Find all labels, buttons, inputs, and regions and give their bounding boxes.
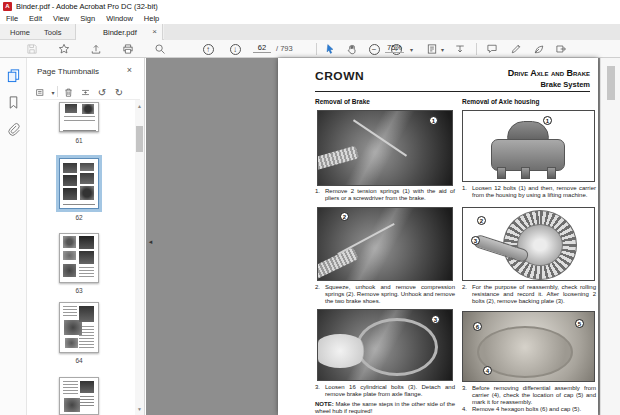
comment-button[interactable] [484,42,500,56]
share-upload-button[interactable] [88,42,104,56]
step-text: For the purpose of reassembly, check rol… [472,284,596,305]
thumbnail-page-63[interactable] [59,233,99,283]
step-number: 1. [462,185,469,199]
document-scrollbar-thumb[interactable] [607,66,615,100]
carrier-leg-shape [497,167,506,179]
bookmarks-rail-button[interactable] [6,95,22,111]
main-toolbar: ↑ ↓ 62 / 793 − + 75% ▾ ▾ [0,40,620,58]
menu-window[interactable]: Window [106,14,133,23]
thumbnail-page-64[interactable] [59,302,99,353]
crown-logo: CROWN [315,70,364,83]
search-icon [154,43,166,55]
carrier-leg-shape [521,167,530,179]
page-number-input[interactable]: 62 [253,43,271,53]
edit-pdf-button[interactable] [508,42,524,56]
page-total-label: / 793 [276,44,293,53]
left-column-heading: Removal of Brake [315,98,370,105]
title-bar: A Binder.pdf - Adobe Acrobat Pro DC (32-… [0,0,620,13]
comment-bubble-icon [486,43,498,55]
upload-icon [90,43,102,55]
save-icon [26,43,38,55]
figure-brake-springs: 1 [317,110,453,186]
next-page-button[interactable]: ↓ [227,42,243,56]
hand-tool-button[interactable] [344,42,360,56]
page-thumbnails-panel: Page Thumbnails × ▾ ↺ ↻ 61 62 63 64 ▲ ▼ [28,58,145,415]
acrobat-app-icon: A [3,2,12,11]
zoom-out-button[interactable]: − [366,42,382,56]
tab-document[interactable]: Binder.pdf × [75,24,163,40]
fill-sign-button[interactable] [531,42,547,56]
thumbnail-page-62[interactable] [59,158,99,209]
carrier-leg-shape [547,167,556,179]
fit-page-button[interactable] [424,42,440,56]
search-button[interactable] [152,42,168,56]
previous-page-button[interactable]: ↑ [200,42,216,56]
window-title: Binder.pdf - Adobe Acrobat Pro DC (32-bi… [16,2,158,11]
thumbnail-page-65[interactable] [59,377,99,415]
hand-icon [346,43,358,55]
step-number: 3. [462,385,469,406]
rotate-ccw-button[interactable]: ↺ [95,85,109,99]
document-scrollbar[interactable] [600,58,620,415]
tab-strip-empty [164,24,620,40]
toolbar-divider [476,43,477,55]
callout-2: 2 [340,212,349,221]
extract-page-button[interactable] [78,85,92,99]
send-for-signature-button[interactable] [553,42,569,56]
zoom-level-dropdown[interactable]: 75% [385,43,404,53]
scroll-mode-button[interactable] [452,42,468,56]
collapse-panel-icon[interactable]: ◂ [146,234,155,250]
figure-compression-springs: 2 [317,207,453,281]
panel-scrollbar-thumb[interactable] [136,126,143,152]
panel-close-icon[interactable]: × [127,65,132,75]
step-text: Squeeze, unhook and remove compression s… [325,284,455,305]
brake-drum-ring-shape [356,318,438,376]
spring-tool-shape [353,119,407,156]
page-thumbnails-rail-button[interactable] [6,68,22,84]
select-tool-button[interactable] [322,42,338,56]
thumbnail-page-61[interactable] [59,102,99,132]
callout-4: 4 [483,366,492,375]
star-icon [58,43,70,55]
step-number: 4. [462,406,469,413]
tab-home[interactable]: Home [10,28,30,37]
bookmark-icon [6,95,21,110]
menu-file[interactable]: File [6,14,18,23]
callout-1: 1 [543,116,552,125]
step-text: Remove 4 hexagon bolts (6) and cap (5). [472,406,581,413]
delete-page-button[interactable] [61,85,75,99]
print-button[interactable] [120,42,136,56]
fit-page-icon [426,43,438,55]
tab-tools[interactable]: Tools [44,28,62,37]
panel-scrollbar[interactable]: ▲ ▼ [135,100,144,415]
step-text: Before removing differential assembly fr… [472,385,596,406]
step-number: 3. [315,384,322,398]
pdf-page[interactable]: CROWN Drive Axle and Brake Brake System … [278,58,598,415]
menu-help[interactable]: Help [144,14,159,23]
note-text: NOTE: Make the same steps in the other s… [315,401,455,415]
figure-axle-carrier: 1 [462,110,595,182]
star-button[interactable] [56,42,72,56]
figure-differential-assembly: 6 5 4 [462,311,595,382]
tab-close-icon[interactable]: × [152,27,157,36]
cursor-arrow-icon [324,43,336,55]
thumbnail-label: 61 [59,137,99,144]
hand-cloth-shape [317,334,368,368]
save-button[interactable] [24,42,40,56]
scroll-down-arrow[interactable]: ▼ [135,406,144,412]
attachments-rail-button[interactable] [6,122,22,138]
menu-edit[interactable]: Edit [29,14,42,23]
rotate-cw-button[interactable]: ↻ [112,85,126,99]
scroll-up-arrow[interactable]: ▲ [135,103,144,109]
spring-tool-shape [337,223,394,255]
thumbnail-options-button[interactable] [33,85,47,99]
rotate-cw-icon: ↻ [115,87,123,98]
scroll-mode-icon [454,43,466,55]
step-number: 2. [462,284,469,305]
menu-view[interactable]: View [53,14,69,23]
arrow-up-icon: ↑ [203,44,214,55]
right-column-heading: Removal of Axle housing [462,98,539,105]
minus-icon: − [369,44,380,55]
menu-sign[interactable]: Sign [80,14,95,23]
thumbnail-label: 62 [59,214,99,221]
